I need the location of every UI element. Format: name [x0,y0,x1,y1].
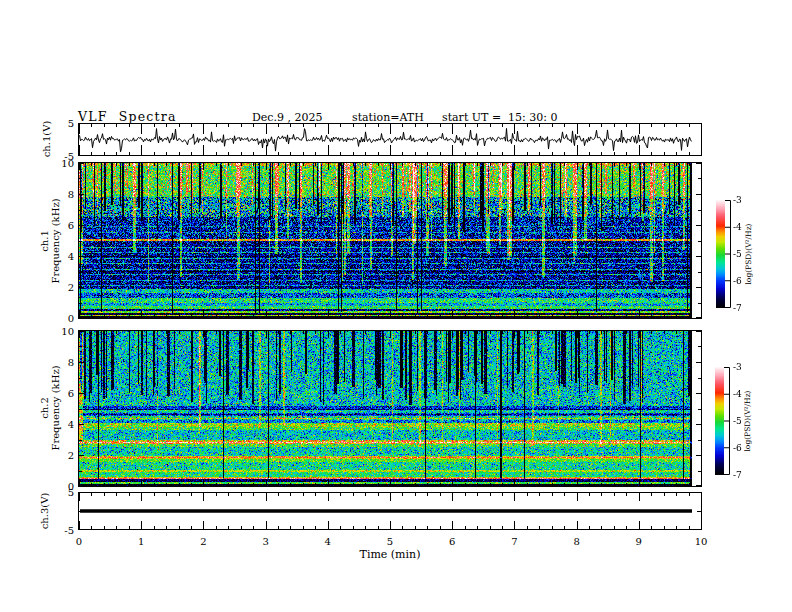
y-tick-label: 6 [40,388,74,399]
x-tick-label: 2 [200,536,206,547]
x-tick-label: 3 [262,536,268,547]
x-tick-label: 6 [449,536,455,547]
ch1-spectrogram-y-axis-label: ch.1 Frequency (kHz) [39,198,61,283]
ch2-spectrogram-frequency-label: Frequency (kHz) [50,365,61,450]
x-tick-label: 4 [325,536,331,547]
y-tick-label: 2 [40,282,74,293]
colorbar-ch1-title: log(PSD)(V²/Hz) [744,223,753,284]
y-tick-label: 10 [40,326,74,337]
y-tick-label: 4 [40,251,74,262]
colorbar-tick-label: -7 [733,303,742,313]
ch1-spectrogram-canvas [79,163,701,318]
y-tick-label: -5 [40,525,74,536]
x-tick-label: 5 [387,536,393,547]
ch2-spectrogram-canvas [79,331,701,486]
y-tick-label: 2 [40,450,74,461]
plot-title: VLF Spectra [78,109,177,124]
y-tick-label: 4 [40,419,74,430]
ch2-spectrogram-channel-label: ch.2 [39,365,50,450]
y-tick-label: 8 [40,189,74,200]
ch3-waveform-panel [78,492,702,530]
colorbar-tick-label: -7 [733,470,742,480]
colorbar-tick-label: -3 [733,362,742,372]
y-tick-label: 0 [40,481,74,492]
colorbar-tick-label: -3 [733,195,742,205]
ch1-spectrogram-frequency-label: Frequency (kHz) [50,198,61,283]
x-axis-title: Time (min) [360,548,421,561]
ch1-spectrogram-panel [78,162,702,319]
x-tick-label: 10 [695,536,708,547]
colorbar-ch2-title: log(PSD)(V²/Hz) [743,390,752,451]
vlf-spectra-figure: VLF Spectra Dec.9 , 2025 station=ATH sta… [0,0,792,612]
y-tick-label: 8 [40,357,74,368]
x-tick-label: 7 [511,536,517,547]
x-tick-label: 0 [76,536,82,547]
ch1-spectrogram-channel-label: ch.1 [39,198,50,283]
colorbar-tick-label: -6 [733,276,742,286]
colorbar-tick-label: -5 [733,249,742,259]
ch1-waveform-canvas [79,124,701,155]
colorbar-tick-label: -4 [733,389,742,399]
x-tick-label: 9 [636,536,642,547]
y-tick-label: 6 [40,220,74,231]
x-tick-label: 1 [138,536,144,547]
y-tick-label: 10 [40,158,74,169]
y-tick-label: 5 [40,118,74,129]
x-tick-label: 8 [573,536,579,547]
ch2-spectrogram-panel [78,330,702,487]
colorbar-tick-label: -5 [733,416,742,426]
colorbar-tick-label: -4 [733,222,742,232]
colorbar-tick-label: -6 [733,443,742,453]
y-tick-label: 0 [40,313,74,324]
ch2-spectrogram-y-axis-label: ch.2 Frequency (kHz) [39,365,61,450]
ch1-waveform-panel [78,123,702,156]
ch3-waveform-canvas [79,493,701,529]
